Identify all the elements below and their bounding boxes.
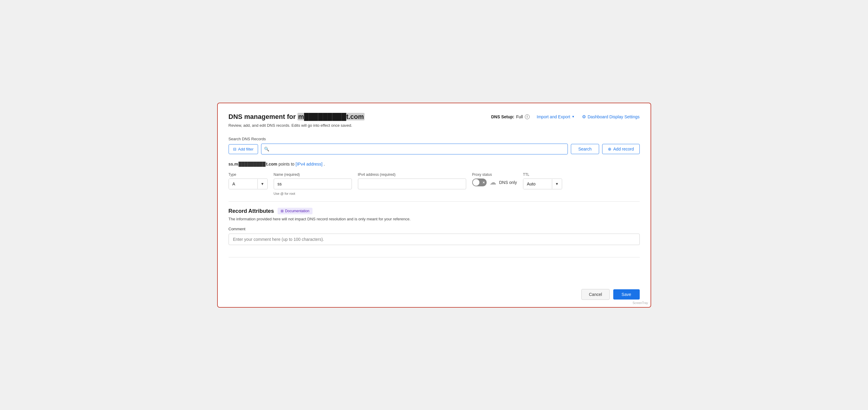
ttl-field-group: TTL Auto ▼ xyxy=(523,173,562,189)
doc-icon: ⊞ xyxy=(281,209,284,213)
import-export-button[interactable]: Import and Export ▼ xyxy=(537,114,575,119)
record-form: ss.m█████████t.com points to [IPv4 addre… xyxy=(228,162,640,195)
chevron-down-icon: ▼ xyxy=(572,115,575,118)
ttl-select[interactable]: Auto ▼ xyxy=(523,178,562,189)
record-info: ss.m█████████t.com points to [IPv4 addre… xyxy=(228,162,640,167)
screentray-watermark: ScreenTray xyxy=(632,301,648,305)
search-input[interactable] xyxy=(261,144,568,154)
ipv4-field-group: IPv4 address (required) xyxy=(358,173,466,189)
search-input-wrapper: 🔍 xyxy=(261,144,568,154)
dashboard-settings-label: Dashboard Display Settings xyxy=(588,114,640,119)
ipv4-label: IPv4 address (required) xyxy=(358,173,466,177)
ipv4-input[interactable] xyxy=(358,178,466,189)
ttl-select-arrow-icon[interactable]: ▼ xyxy=(552,179,562,189)
dns-management-page: DNS management for m█████████t.com Revie… xyxy=(217,102,651,308)
record-attributes-header: Record Attributes ⊞ Documentation xyxy=(228,208,640,214)
domain-masked: m█████████t.com xyxy=(298,113,365,120)
name-hint: Use @ for root xyxy=(274,192,352,195)
divider-1 xyxy=(228,201,640,202)
type-field-group: Type A ▼ xyxy=(228,173,268,189)
search-button[interactable]: Search xyxy=(571,144,599,154)
cloud-icon: ☁ xyxy=(490,178,496,186)
page-subtitle: Review, add, and edit DNS records. Edits… xyxy=(228,122,355,128)
record-attributes-description: The information provided here will not i… xyxy=(228,217,640,221)
documentation-badge[interactable]: ⊞ Documentation xyxy=(278,208,312,214)
name-label: Name (required) xyxy=(274,173,352,177)
ttl-label: TTL xyxy=(523,173,562,177)
add-filter-label: Add filter xyxy=(238,147,253,151)
search-dns-label: Search DNS Records xyxy=(228,137,640,141)
header-right: DNS Setup: Full i Import and Export ▼ ⚙ … xyxy=(491,113,640,119)
comment-label: Comment xyxy=(228,227,640,231)
type-select-arrow-icon[interactable]: ▼ xyxy=(257,179,268,189)
save-button[interactable]: Save xyxy=(613,289,640,299)
footer-actions: Cancel Save xyxy=(581,289,640,300)
dns-setup-info: DNS Setup: Full i xyxy=(491,114,530,119)
cancel-button[interactable]: Cancel xyxy=(581,289,610,300)
page-header: DNS management for m█████████t.com Revie… xyxy=(228,113,640,128)
proxy-status-text: DNS only xyxy=(499,180,517,185)
add-record-button[interactable]: ⊕ Add record xyxy=(602,144,640,154)
proxy-toggle[interactable]: ✕ xyxy=(472,178,487,186)
ttl-select-value: Auto xyxy=(523,179,552,189)
filter-icon: ⊟ xyxy=(233,147,237,151)
type-select[interactable]: A ▼ xyxy=(228,178,268,189)
dashboard-settings-button[interactable]: ⚙ Dashboard Display Settings xyxy=(582,114,640,119)
info-icon[interactable]: i xyxy=(525,114,530,119)
type-select-value: A xyxy=(229,179,257,189)
divider-2 xyxy=(228,257,640,257)
header-left: DNS management for m█████████t.com Revie… xyxy=(228,113,365,128)
ipv4-link[interactable]: [IPv4 address] xyxy=(296,162,323,167)
dns-setup-value: Full xyxy=(516,114,523,119)
name-field-group: Name (required) Use @ for root xyxy=(274,173,352,195)
import-export-label: Import and Export xyxy=(537,114,570,119)
comment-input[interactable] xyxy=(228,234,640,245)
gear-icon: ⚙ xyxy=(582,114,586,119)
record-form-row: Type A ▼ Name (required) Use @ for root … xyxy=(228,173,640,195)
proxy-controls: ✕ ☁ DNS only xyxy=(472,178,517,186)
type-label: Type xyxy=(228,173,268,177)
page-title: DNS management for m█████████t.com xyxy=(228,113,365,121)
search-section: Search DNS Records ⊟ Add filter 🔍 Search… xyxy=(228,137,640,154)
dns-setup-label: DNS Setup: xyxy=(491,114,514,119)
documentation-label: Documentation xyxy=(285,209,309,213)
name-input[interactable] xyxy=(274,178,352,189)
record-attributes-section: Record Attributes ⊞ Documentation The in… xyxy=(228,208,640,245)
proxy-status-label: Proxy status xyxy=(472,173,517,177)
proxy-status-group: Proxy status ✕ ☁ DNS only xyxy=(472,173,517,186)
add-filter-button[interactable]: ⊟ Add filter xyxy=(228,144,258,154)
search-icon: 🔍 xyxy=(264,147,269,151)
record-domain: ss.m█████████t.com xyxy=(228,162,278,167)
search-row: ⊟ Add filter 🔍 Search ⊕ Add record xyxy=(228,144,640,154)
plus-icon: ⊕ xyxy=(608,147,612,151)
record-attributes-title: Record Attributes xyxy=(228,208,274,214)
